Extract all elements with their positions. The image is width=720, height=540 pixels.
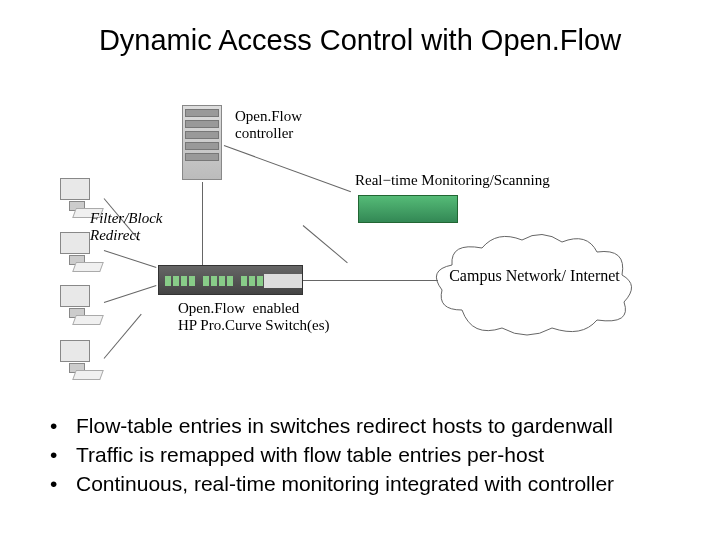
switch-icon: [158, 265, 303, 295]
filter-block-label: Filter/Block Redirect: [90, 210, 162, 244]
slide-title: Dynamic Access Control with Open.Flow: [0, 24, 720, 57]
cloud-icon: Campus Network/ Internet: [432, 230, 637, 340]
bullet-1: •Flow-table entries in switches redirect…: [50, 412, 614, 441]
controller-server-icon: [182, 105, 222, 180]
monitoring-label: Real−time Monitoring/Scanning: [355, 172, 550, 189]
bullet-list: •Flow-table entries in switches redirect…: [50, 412, 614, 499]
bullet-3-text: Continuous, real-time monitoring integra…: [76, 470, 614, 499]
line-host3-switch: [104, 285, 157, 303]
controller-label: Open.Flow controller: [235, 108, 302, 142]
bullet-2: •Traffic is remapped with flow table ent…: [50, 441, 614, 470]
line-switch-cloud: [303, 280, 438, 281]
host-4: [60, 340, 104, 380]
host-3: [60, 285, 104, 325]
bullet-3: •Continuous, real-time monitoring integr…: [50, 470, 614, 499]
bullet-2-text: Traffic is remapped with flow table entr…: [76, 441, 544, 470]
line-host4-switch: [104, 314, 142, 359]
line-controller-switch: [202, 182, 203, 265]
monitoring-appliance-icon: [358, 195, 458, 223]
line-monitorbox-switch: [303, 225, 348, 263]
switch-caption: Open.Flow enabled HP Pro.Curve Switch(es…: [178, 300, 330, 334]
diagram-area: Campus Network/ Internet Open.Flow contr…: [60, 100, 660, 380]
line-controller-monitorbox: [224, 145, 351, 192]
bullet-1-text: Flow-table entries in switches redirect …: [76, 412, 613, 441]
line-host2-switch: [104, 250, 157, 268]
cloud-label: Campus Network/ Internet: [432, 266, 637, 285]
